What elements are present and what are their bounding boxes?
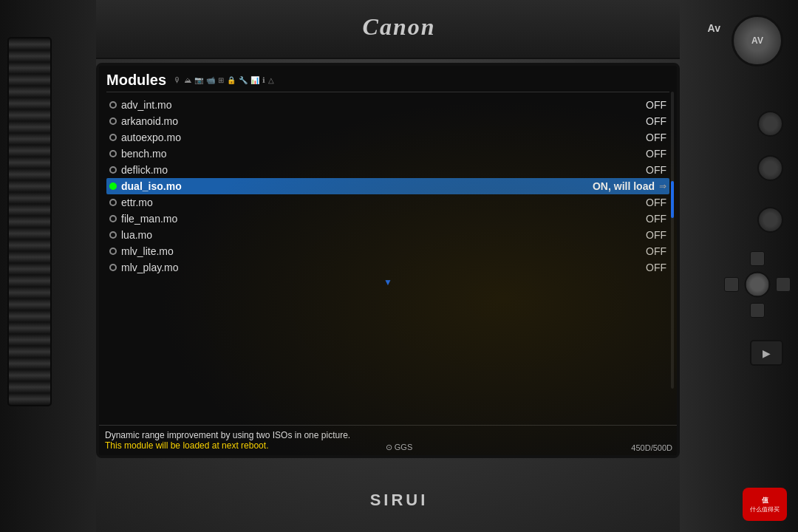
camera-top: Canon: [0, 0, 798, 59]
chart-icon: 📊: [250, 76, 259, 84]
screen-content: Modules 🎙 ⛰ 📷 📹 ⊞ 🔒 🔧 📊 ℹ △ adv_int.mo O…: [99, 66, 677, 455]
play-icon: ▶: [763, 347, 771, 359]
module-bullet: [109, 215, 117, 222]
module-name: dual_iso.mo: [121, 180, 585, 192]
module-item-deflick[interactable]: deflick.mo OFF: [106, 162, 669, 178]
module-value: OFF: [646, 115, 666, 127]
grid-icon: ⊞: [218, 76, 224, 84]
module-value: OFF: [646, 164, 666, 176]
scrollbar[interactable]: [671, 92, 674, 389]
nav-up-button[interactable]: [750, 251, 765, 266]
module-name: ettr.mo: [121, 197, 638, 208]
module-value: OFF: [646, 262, 666, 273]
module-bullet-selected: [109, 183, 117, 190]
module-name: lua.mo: [121, 229, 638, 241]
module-item-adv-int[interactable]: adv_int.mo OFF: [106, 97, 669, 113]
module-bullet: [109, 264, 117, 271]
nav-right-button[interactable]: [776, 277, 791, 292]
module-value: OFF: [646, 197, 666, 208]
nav-down-button[interactable]: [750, 303, 765, 318]
module-bullet: [109, 101, 117, 109]
wrench-icon: 🔧: [239, 76, 248, 84]
playback-button[interactable]: ▶: [750, 340, 783, 366]
module-name: deflick.mo: [121, 164, 638, 176]
canon-logo: Canon: [363, 13, 436, 41]
sirui-label: SIRUI: [370, 491, 429, 510]
module-value: OFF: [646, 213, 666, 225]
module-value: ON, will load: [593, 180, 655, 192]
scrollbar-thumb: [671, 181, 674, 218]
right-controls: Av AV ▶: [680, 0, 798, 532]
camera-icon: 📷: [194, 76, 203, 84]
module-bullet: [109, 199, 117, 206]
video-icon: 📹: [206, 76, 215, 84]
module-item-file-man[interactable]: file_man.mo OFF: [106, 211, 669, 227]
module-item-arkanoid[interactable]: arkanoid.mo OFF: [106, 113, 669, 129]
module-value: OFF: [646, 245, 666, 257]
zhide-bottom: 什么值得买: [750, 505, 780, 514]
module-name: mlv_play.mo: [121, 262, 638, 273]
load-icon: ⇒: [659, 181, 666, 191]
module-bullet: [109, 248, 117, 255]
ggs-label: ⊙ GGS: [386, 443, 413, 452]
module-bullet: [109, 166, 117, 174]
av-label: Av: [708, 22, 720, 34]
mode-dial-label: AV: [751, 35, 763, 46]
photo-icon: ⛰: [184, 76, 191, 84]
right-button-1[interactable]: [757, 111, 783, 137]
zhide-badge: 值 什么值得买: [743, 488, 787, 521]
module-item-autoexpo[interactable]: autoexpo.mo OFF: [106, 129, 669, 146]
nav-cross: [724, 251, 791, 318]
module-name: autoexpo.mo: [121, 132, 638, 143]
module-value: OFF: [646, 148, 666, 160]
module-item-mlv-lite[interactable]: mlv_lite.mo OFF: [106, 243, 669, 259]
strap-area: [0, 0, 96, 532]
nav-left-button[interactable]: [724, 277, 739, 292]
module-value: OFF: [646, 132, 666, 143]
mode-dial[interactable]: AV: [732, 15, 783, 66]
module-value: OFF: [646, 229, 666, 241]
right-button-2[interactable]: [757, 155, 783, 181]
nav-center-button[interactable]: [745, 272, 771, 298]
module-item-bench[interactable]: bench.mo OFF: [106, 146, 669, 162]
camera-strap: [7, 37, 52, 406]
warn-icon: △: [268, 76, 274, 84]
lcd-screen: Modules 🎙 ⛰ 📷 📹 ⊞ 🔒 🔧 📊 ℹ △ adv_int.mo O…: [96, 63, 680, 458]
module-name: mlv_lite.mo: [121, 245, 638, 257]
model-label: 450D/500D: [631, 443, 672, 452]
screen-title: Modules: [106, 72, 166, 89]
module-name: file_man.mo: [121, 213, 638, 225]
mic-icon: 🎙: [174, 76, 181, 84]
header-icons: 🎙 ⛰ 📷 📹 ⊞ 🔒 🔧 📊 ℹ △: [174, 76, 274, 84]
module-item-dual-iso[interactable]: dual_iso.mo ON, will load ⇒: [106, 178, 669, 194]
module-bullet: [109, 231, 117, 239]
right-button-3[interactable]: [757, 207, 783, 233]
module-value: OFF: [646, 99, 666, 111]
module-item-lua[interactable]: lua.mo OFF: [106, 227, 669, 243]
module-name: arkanoid.mo: [121, 115, 638, 127]
screen-header: Modules 🎙 ⛰ 📷 📹 ⊞ 🔒 🔧 📊 ℹ △: [106, 72, 669, 92]
lock-icon: 🔒: [227, 76, 236, 84]
module-bullet: [109, 117, 117, 125]
module-name: adv_int.mo: [121, 99, 638, 111]
module-item-mlv-play[interactable]: mlv_play.mo OFF: [106, 259, 669, 276]
description-line1: Dynamic range improvement by using two I…: [105, 430, 671, 440]
module-list: adv_int.mo OFF arkanoid.mo OFF autoexpo.…: [106, 97, 669, 276]
module-name: bench.mo: [121, 148, 638, 160]
module-bullet: [109, 150, 117, 157]
zhide-top: 值: [762, 496, 768, 505]
module-item-ettr[interactable]: ettr.mo OFF: [106, 194, 669, 211]
scroll-down-indicator: ▼: [106, 277, 669, 287]
info-icon: ℹ: [262, 76, 265, 84]
module-bullet: [109, 134, 117, 141]
